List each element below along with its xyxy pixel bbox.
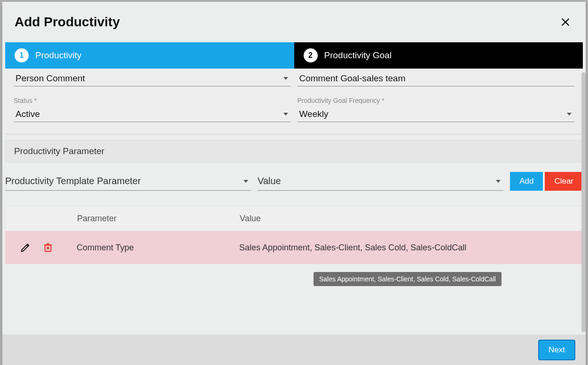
step-number: 1 <box>15 48 29 62</box>
select-placeholder: Value <box>258 176 281 186</box>
chevron-down-icon <box>496 180 501 183</box>
delete-button[interactable] <box>43 242 53 253</box>
chevron-down-icon <box>283 113 288 116</box>
field-value: Comment Goal-sales team <box>298 73 406 84</box>
productivity-parameter-section-header: Productivity Parameter <box>5 140 583 163</box>
value-tooltip: Sales Appointment, Sales-Client, Sales C… <box>314 272 502 286</box>
add-productivity-modal: Add Productivity 1 Productivity 2 Produc… <box>2 2 586 365</box>
field-label: Productivity Goal Frequency * <box>298 97 575 104</box>
table-header-value: Value <box>240 214 582 224</box>
template-parameter-select[interactable]: Productivity Template Parameter <box>5 172 251 191</box>
modal-content: Person Comment Comment Goal-sales team S… <box>5 69 583 334</box>
step-productivity[interactable]: 1 Productivity <box>5 42 294 69</box>
row-value: Sales Appointment, Sales-Client, Sales C… <box>239 243 583 253</box>
value-select[interactable]: Value <box>258 172 503 191</box>
step-number: 2 <box>304 48 318 62</box>
table-header-parameter: Parameter <box>71 214 240 224</box>
modal-header: Add Productivity <box>2 2 586 42</box>
wizard-steps: 1 Productivity 2 Productivity Goal <box>5 42 583 69</box>
field-value: Person Comment <box>14 73 85 84</box>
status-field: Status * Active <box>14 97 291 122</box>
parameter-add-row: Productivity Template Parameter Value Ad… <box>5 163 583 193</box>
productivity-form-card: Person Comment Comment Goal-sales team S… <box>5 69 583 133</box>
close-icon <box>560 17 571 27</box>
table-header-row: Parameter Value <box>5 206 583 231</box>
person-comment-select[interactable]: Person Comment <box>14 70 291 86</box>
person-comment-field: Person Comment <box>14 70 291 86</box>
table-row[interactable]: Comment Type Sales Appointment, Sales-Cl… <box>5 231 583 264</box>
chevron-down-icon <box>567 113 572 116</box>
step-label: Productivity <box>35 50 81 61</box>
scrollbar[interactable] <box>581 72 586 332</box>
pencil-icon <box>20 242 31 253</box>
goal-name-input[interactable]: Comment Goal-sales team <box>298 70 575 86</box>
next-button[interactable]: Next <box>538 340 575 360</box>
modal-title: Add Productivity <box>15 15 120 30</box>
field-label: Status * <box>14 97 291 104</box>
chevron-down-icon <box>283 77 288 80</box>
select-placeholder: Productivity Template Parameter <box>5 176 141 186</box>
svg-line-2 <box>27 245 28 247</box>
field-value: Weekly <box>298 109 329 119</box>
status-select[interactable]: Active <box>14 106 291 122</box>
goal-frequency-select[interactable]: Weekly <box>298 106 575 122</box>
row-parameter: Comment Type <box>71 243 239 253</box>
add-button[interactable]: Add <box>510 172 543 191</box>
chevron-down-icon <box>243 180 248 183</box>
step-productivity-goal[interactable]: 2 Productivity Goal <box>294 42 583 69</box>
field-value: Active <box>14 109 40 119</box>
row-actions <box>5 242 71 253</box>
trash-icon <box>43 242 53 253</box>
step-label: Productivity Goal <box>324 50 392 61</box>
goal-name-field: Comment Goal-sales team <box>298 70 575 86</box>
clear-button[interactable]: Clear <box>545 172 583 191</box>
parameter-table: Parameter Value <box>5 206 583 264</box>
close-button[interactable] <box>557 14 573 30</box>
modal-footer: Next <box>2 334 586 365</box>
edit-button[interactable] <box>20 242 31 253</box>
goal-frequency-field: Productivity Goal Frequency * Weekly <box>298 97 575 122</box>
